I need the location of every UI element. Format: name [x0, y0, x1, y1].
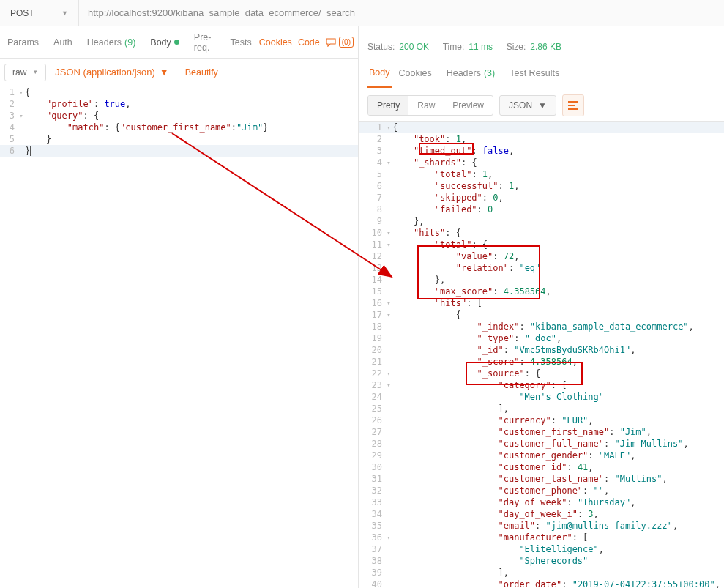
- code-line[interactable]: 3 "timed_out": false,: [359, 145, 724, 157]
- fold-icon[interactable]: ▾: [385, 157, 392, 168]
- fold-icon[interactable]: ▾: [385, 379, 392, 391]
- fold-icon[interactable]: ▾: [385, 122, 392, 133]
- fold-icon[interactable]: ▾: [385, 368, 392, 379]
- format-dropdown[interactable]: JSON ▼: [499, 95, 556, 116]
- cookies-link[interactable]: Cookies: [259, 37, 292, 48]
- resp-tab-tests[interactable]: Test Results: [502, 68, 567, 78]
- code-line[interactable]: 6 "successful": 1,: [359, 180, 724, 192]
- code-line[interactable]: 37 "Elitelligence",: [359, 543, 724, 555]
- body-type-dropdown[interactable]: raw ▼: [4, 64, 46, 81]
- code-line[interactable]: 1▾{: [0, 86, 358, 98]
- code-line[interactable]: 27 "customer_first_name": "Jim",: [359, 426, 724, 438]
- fold-icon: [385, 520, 392, 532]
- code-line[interactable]: 14 },: [359, 274, 724, 286]
- code-line[interactable]: 25 ],: [359, 403, 724, 414]
- code-line[interactable]: 9 },: [359, 215, 724, 227]
- code-line[interactable]: 26 "currency": "EUR",: [359, 414, 724, 426]
- code-line[interactable]: 3▾ "query": {: [0, 110, 358, 122]
- response-editor[interactable]: 1▾{2 "took": 1,3 "timed_out": false,4▾ "…: [359, 122, 724, 588]
- fold-icon: [18, 145, 25, 157]
- beautify-link[interactable]: Beautify: [185, 67, 218, 78]
- code-line[interactable]: 18 "_index": "kibana_sample_data_ecommer…: [359, 321, 724, 332]
- method-dropdown[interactable]: POST ▼: [0, 0, 79, 26]
- gutter: 37: [359, 543, 385, 555]
- code-link[interactable]: Code: [298, 37, 320, 48]
- code-line[interactable]: 12 "value": 72,: [359, 250, 724, 262]
- code-line[interactable]: 32 "customer_phone": "",: [359, 485, 724, 496]
- fold-icon: [385, 215, 392, 227]
- code-line[interactable]: 22▾ "_source": {: [359, 368, 724, 379]
- language-dropdown[interactable]: JSON (application/json) ▼: [51, 67, 173, 78]
- fold-icon[interactable]: ▾: [18, 110, 25, 122]
- tab-params[interactable]: Params: [0, 37, 46, 48]
- fold-icon: [385, 168, 392, 180]
- tab-headers[interactable]: Headers (9): [80, 37, 143, 48]
- code-line[interactable]: 13 "relation": "eq": [359, 262, 724, 274]
- code-line[interactable]: 31 "customer_last_name": "Mullins",: [359, 473, 724, 485]
- fold-icon[interactable]: ▾: [385, 532, 392, 543]
- code-line[interactable]: 30 "customer_id": 41,: [359, 461, 724, 473]
- code-line[interactable]: 23▾ "category": [: [359, 379, 724, 391]
- resp-tab-body[interactable]: Body: [367, 59, 392, 88]
- raw-button[interactable]: Raw: [408, 96, 444, 115]
- code-line[interactable]: 34 "day_of_week_i": 3,: [359, 508, 724, 520]
- gutter: 10: [359, 227, 385, 239]
- code-line[interactable]: 29 "customer_gender": "MALE",: [359, 450, 724, 461]
- code-line[interactable]: 38 "Spherecords": [359, 555, 724, 567]
- code-line[interactable]: 2 "profile": true,: [0, 98, 358, 110]
- code-content: "match": {"customer_first_name":"Jim"}: [25, 122, 268, 133]
- code-content: "manufacturer": [: [392, 532, 588, 543]
- code-line[interactable]: 6}: [0, 145, 358, 157]
- code-line[interactable]: 24 "Men's Clothing": [359, 391, 724, 403]
- comments-link[interactable]: (0): [326, 37, 354, 48]
- resp-tab-headers[interactable]: Headers (3): [439, 68, 503, 78]
- code-line[interactable]: 5 }: [0, 133, 358, 145]
- fold-icon[interactable]: ▾: [385, 297, 392, 309]
- tab-tests[interactable]: Tests: [223, 37, 259, 48]
- code-line[interactable]: 40 "order_date": "2019-07-04T22:37:55+00…: [359, 578, 724, 588]
- code-line[interactable]: 7 "skipped": 0,: [359, 192, 724, 204]
- code-line[interactable]: 2 "took": 1,: [359, 133, 724, 145]
- comment-icon: [326, 38, 336, 47]
- code-line[interactable]: 19 "_type": "_doc",: [359, 332, 724, 344]
- request-editor[interactable]: 1▾{2 "profile": true,3▾ "query": {4 "mat…: [0, 86, 358, 588]
- tab-body[interactable]: Body: [143, 37, 187, 48]
- fold-icon: [385, 180, 392, 192]
- code-line[interactable]: 8 "failed": 0: [359, 204, 724, 215]
- resp-tab-cookies[interactable]: Cookies: [392, 68, 439, 78]
- wrap-lines-button[interactable]: [562, 94, 584, 116]
- pretty-button[interactable]: Pretty: [368, 96, 408, 115]
- code-content: "failed": 0: [392, 204, 493, 215]
- url-input[interactable]: http://localhost:9200/kibana_sample_data…: [79, 7, 724, 18]
- tab-prereq[interactable]: Pre-req.: [187, 32, 223, 53]
- code-line[interactable]: 35 "email": "jim@mullins-family.zzz",: [359, 520, 724, 532]
- code-line[interactable]: 4▾ "_shards": {: [359, 157, 724, 168]
- fold-icon[interactable]: ▾: [18, 86, 25, 98]
- code-line[interactable]: 10▾ "hits": {: [359, 227, 724, 239]
- tab-auth[interactable]: Auth: [46, 37, 80, 48]
- code-line[interactable]: 4 "match": {"customer_first_name":"Jim"}: [0, 122, 358, 133]
- code-line[interactable]: 21 "_score": 4.358564,: [359, 356, 724, 368]
- caret-icon: ▼: [61, 10, 68, 17]
- fold-icon[interactable]: ▾: [385, 239, 392, 250]
- fold-icon: [18, 122, 25, 133]
- fold-icon[interactable]: ▾: [385, 309, 392, 321]
- code-line[interactable]: 5 "total": 1,: [359, 168, 724, 180]
- code-line[interactable]: 36▾ "manufacturer": [: [359, 532, 724, 543]
- gutter: 32: [359, 485, 385, 496]
- method-value: POST: [10, 8, 34, 18]
- code-line[interactable]: 11▾ "total": {: [359, 239, 724, 250]
- code-content: "day_of_week_i": 3,: [392, 508, 599, 520]
- gutter: 8: [359, 204, 385, 215]
- code-line[interactable]: 15 "max_score": 4.358564,: [359, 286, 724, 297]
- preview-button[interactable]: Preview: [444, 96, 493, 115]
- code-line[interactable]: 39 ],: [359, 567, 724, 578]
- code-line[interactable]: 1▾{: [359, 122, 724, 133]
- code-content: {: [392, 309, 461, 321]
- code-line[interactable]: 28 "customer_full_name": "Jim Mullins",: [359, 438, 724, 450]
- code-line[interactable]: 20 "_id": "Vmc5tmsByduSKRb4Ohi1",: [359, 344, 724, 356]
- code-line[interactable]: 33 "day_of_week": "Thursday",: [359, 496, 724, 508]
- fold-icon[interactable]: ▾: [385, 227, 392, 239]
- code-line[interactable]: 16▾ "hits": [: [359, 297, 724, 309]
- code-line[interactable]: 17▾ {: [359, 309, 724, 321]
